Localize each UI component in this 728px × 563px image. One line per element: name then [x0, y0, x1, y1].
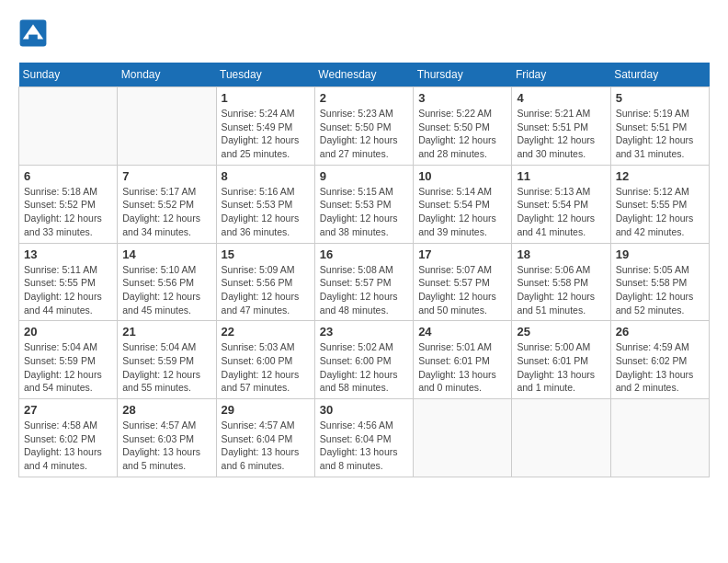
calendar-week-row: 1Sunrise: 5:24 AM Sunset: 5:49 PM Daylig… — [19, 87, 710, 166]
calendar-cell: 8Sunrise: 5:16 AM Sunset: 5:53 PM Daylig… — [216, 165, 314, 243]
day-info: Sunrise: 5:18 AM Sunset: 5:52 PM Dayligh… — [24, 185, 112, 239]
calendar-cell: 13Sunrise: 5:11 AM Sunset: 5:55 PM Dayli… — [19, 243, 118, 321]
calendar-table: SundayMondayTuesdayWednesdayThursdayFrid… — [18, 63, 710, 477]
day-number: 26 — [616, 325, 704, 339]
calendar-cell: 1Sunrise: 5:24 AM Sunset: 5:49 PM Daylig… — [216, 87, 314, 166]
day-info: Sunrise: 5:04 AM Sunset: 5:59 PM Dayligh… — [122, 340, 210, 395]
weekday-header: Friday — [512, 63, 610, 87]
calendar-week-row: 13Sunrise: 5:11 AM Sunset: 5:55 PM Dayli… — [19, 243, 710, 321]
day-info: Sunrise: 5:16 AM Sunset: 5:53 PM Dayligh… — [222, 185, 310, 239]
day-info: Sunrise: 5:09 AM Sunset: 5:56 PM Dayligh… — [222, 263, 310, 317]
calendar-cell: 22Sunrise: 5:03 AM Sunset: 6:00 PM Dayli… — [216, 321, 314, 399]
weekday-header: Wednesday — [314, 63, 413, 87]
logo — [18, 18, 51, 48]
calendar-cell: 26Sunrise: 4:59 AM Sunset: 6:02 PM Dayli… — [610, 321, 709, 399]
calendar-cell: 29Sunrise: 4:57 AM Sunset: 6:04 PM Dayli… — [216, 399, 314, 477]
calendar-cell — [512, 399, 610, 477]
day-info: Sunrise: 4:57 AM Sunset: 6:04 PM Dayligh… — [222, 419, 310, 473]
calendar-cell: 30Sunrise: 4:56 AM Sunset: 6:04 PM Dayli… — [314, 399, 413, 477]
day-number: 19 — [616, 247, 704, 261]
day-number: 8 — [222, 169, 310, 183]
day-number: 1 — [222, 91, 310, 105]
day-number: 17 — [418, 247, 506, 261]
calendar-cell: 21Sunrise: 5:04 AM Sunset: 5:59 PM Dayli… — [118, 321, 216, 399]
svg-rect-2 — [28, 35, 38, 40]
day-info: Sunrise: 5:11 AM Sunset: 5:55 PM Dayligh… — [24, 263, 112, 317]
day-info: Sunrise: 5:07 AM Sunset: 5:57 PM Dayligh… — [418, 263, 506, 317]
day-info: Sunrise: 4:57 AM Sunset: 6:03 PM Dayligh… — [122, 419, 210, 473]
day-info: Sunrise: 5:02 AM Sunset: 6:00 PM Dayligh… — [320, 340, 408, 395]
day-number: 18 — [517, 247, 605, 261]
calendar-cell: 2Sunrise: 5:23 AM Sunset: 5:50 PM Daylig… — [314, 87, 413, 166]
calendar-cell: 3Sunrise: 5:22 AM Sunset: 5:50 PM Daylig… — [414, 87, 512, 166]
weekday-header: Tuesday — [216, 63, 314, 87]
day-number: 5 — [616, 91, 704, 105]
calendar-cell: 15Sunrise: 5:09 AM Sunset: 5:56 PM Dayli… — [216, 243, 314, 321]
day-number: 16 — [320, 247, 408, 261]
calendar-cell: 28Sunrise: 4:57 AM Sunset: 6:03 PM Dayli… — [118, 399, 216, 477]
calendar-cell: 19Sunrise: 5:05 AM Sunset: 5:58 PM Dayli… — [610, 243, 709, 321]
weekday-header: Sunday — [19, 63, 118, 87]
day-info: Sunrise: 5:21 AM Sunset: 5:51 PM Dayligh… — [517, 107, 605, 161]
calendar-cell: 18Sunrise: 5:06 AM Sunset: 5:58 PM Dayli… — [512, 243, 610, 321]
day-info: Sunrise: 4:58 AM Sunset: 6:02 PM Dayligh… — [24, 419, 112, 473]
day-info: Sunrise: 5:12 AM Sunset: 5:55 PM Dayligh… — [616, 185, 704, 239]
day-info: Sunrise: 5:04 AM Sunset: 5:59 PM Dayligh… — [24, 340, 112, 395]
calendar-cell — [19, 87, 118, 166]
day-info: Sunrise: 5:14 AM Sunset: 5:54 PM Dayligh… — [418, 185, 506, 239]
calendar-cell: 10Sunrise: 5:14 AM Sunset: 5:54 PM Dayli… — [414, 165, 512, 243]
day-info: Sunrise: 5:17 AM Sunset: 5:52 PM Dayligh… — [122, 185, 210, 239]
calendar-cell — [610, 399, 709, 477]
calendar-header-row: SundayMondayTuesdayWednesdayThursdayFrid… — [19, 63, 710, 87]
day-info: Sunrise: 5:05 AM Sunset: 5:58 PM Dayligh… — [616, 263, 704, 317]
day-number: 14 — [122, 247, 210, 261]
day-number: 12 — [616, 169, 704, 183]
day-number: 4 — [517, 91, 605, 105]
calendar-cell — [414, 399, 512, 477]
day-info: Sunrise: 4:56 AM Sunset: 6:04 PM Dayligh… — [320, 419, 408, 473]
calendar-cell: 25Sunrise: 5:00 AM Sunset: 6:01 PM Dayli… — [512, 321, 610, 399]
day-number: 29 — [222, 403, 310, 417]
day-number: 15 — [222, 247, 310, 261]
calendar-cell: 9Sunrise: 5:15 AM Sunset: 5:53 PM Daylig… — [314, 165, 413, 243]
day-number: 3 — [418, 91, 506, 105]
day-number: 27 — [24, 403, 112, 417]
header — [18, 18, 710, 48]
day-number: 20 — [24, 325, 112, 339]
day-number: 24 — [418, 325, 506, 339]
day-number: 6 — [24, 169, 112, 183]
day-info: Sunrise: 5:19 AM Sunset: 5:51 PM Dayligh… — [616, 107, 704, 161]
day-info: Sunrise: 5:03 AM Sunset: 6:00 PM Dayligh… — [222, 340, 310, 395]
day-info: Sunrise: 5:10 AM Sunset: 5:56 PM Dayligh… — [122, 263, 210, 317]
calendar-cell: 11Sunrise: 5:13 AM Sunset: 5:54 PM Dayli… — [512, 165, 610, 243]
calendar-cell: 24Sunrise: 5:01 AM Sunset: 6:01 PM Dayli… — [414, 321, 512, 399]
day-number: 7 — [122, 169, 210, 183]
weekday-header: Thursday — [414, 63, 512, 87]
calendar-week-row: 27Sunrise: 4:58 AM Sunset: 6:02 PM Dayli… — [19, 399, 710, 477]
day-info: Sunrise: 5:23 AM Sunset: 5:50 PM Dayligh… — [320, 107, 408, 161]
calendar-week-row: 20Sunrise: 5:04 AM Sunset: 5:59 PM Dayli… — [19, 321, 710, 399]
calendar-cell: 27Sunrise: 4:58 AM Sunset: 6:02 PM Dayli… — [19, 399, 118, 477]
calendar-week-row: 6Sunrise: 5:18 AM Sunset: 5:52 PM Daylig… — [19, 165, 710, 243]
day-number: 25 — [517, 325, 605, 339]
calendar-cell: 20Sunrise: 5:04 AM Sunset: 5:59 PM Dayli… — [19, 321, 118, 399]
logo-icon — [18, 18, 48, 48]
day-info: Sunrise: 5:15 AM Sunset: 5:53 PM Dayligh… — [320, 185, 408, 239]
calendar-cell: 17Sunrise: 5:07 AM Sunset: 5:57 PM Dayli… — [414, 243, 512, 321]
calendar-cell: 4Sunrise: 5:21 AM Sunset: 5:51 PM Daylig… — [512, 87, 610, 166]
day-info: Sunrise: 5:00 AM Sunset: 6:01 PM Dayligh… — [517, 340, 605, 395]
calendar-cell: 12Sunrise: 5:12 AM Sunset: 5:55 PM Dayli… — [610, 165, 709, 243]
calendar-cell: 16Sunrise: 5:08 AM Sunset: 5:57 PM Dayli… — [314, 243, 413, 321]
day-number: 11 — [517, 169, 605, 183]
day-number: 28 — [122, 403, 210, 417]
calendar-cell: 6Sunrise: 5:18 AM Sunset: 5:52 PM Daylig… — [19, 165, 118, 243]
day-number: 22 — [222, 325, 310, 339]
day-number: 21 — [122, 325, 210, 339]
calendar-cell — [118, 87, 216, 166]
calendar-cell: 7Sunrise: 5:17 AM Sunset: 5:52 PM Daylig… — [118, 165, 216, 243]
day-info: Sunrise: 5:24 AM Sunset: 5:49 PM Dayligh… — [222, 107, 310, 161]
calendar-cell: 14Sunrise: 5:10 AM Sunset: 5:56 PM Dayli… — [118, 243, 216, 321]
day-number: 2 — [320, 91, 408, 105]
day-info: Sunrise: 4:59 AM Sunset: 6:02 PM Dayligh… — [616, 340, 704, 395]
calendar-cell: 23Sunrise: 5:02 AM Sunset: 6:00 PM Dayli… — [314, 321, 413, 399]
